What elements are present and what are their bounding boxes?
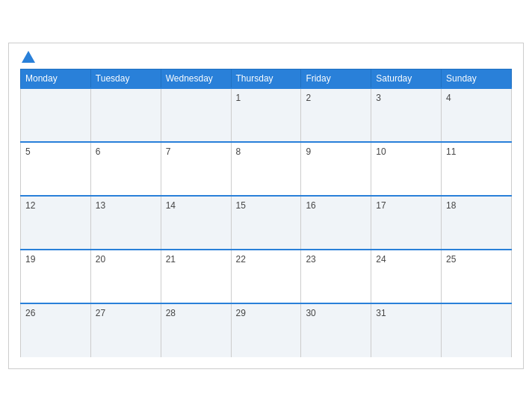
day-number: 20 [96,254,105,265]
calendar-day-cell: 11 [442,142,512,196]
calendar-day-cell: 4 [442,88,512,142]
weekday-header-cell: Saturday [371,69,442,88]
day-number: 4 [446,93,451,103]
calendar-day-cell [21,88,91,142]
calendar-day-cell: 10 [371,142,442,196]
calendar-day-cell: 5 [21,142,91,196]
weekday-header-cell: Wednesday [161,69,231,88]
day-number: 16 [306,200,315,211]
calendar-week-row: 19202122232425 [21,250,512,303]
day-number: 9 [306,146,311,157]
calendar-day-cell: 30 [301,303,371,357]
day-number: 11 [446,146,456,157]
calendar-day-cell: 23 [301,250,371,303]
day-number: 6 [96,146,101,157]
calendar-day-cell: 2 [301,88,371,142]
day-number: 22 [236,254,246,265]
calendar-body: 1234567891011121314151617181920212223242… [21,88,512,357]
day-number: 24 [376,254,386,265]
day-number: 10 [376,146,386,157]
calendar-day-cell: 20 [90,250,161,303]
day-number: 5 [25,146,31,157]
calendar-day-cell: 21 [161,250,231,303]
calendar-day-cell: 14 [161,196,231,250]
calendar-day-cell [161,88,231,142]
day-number: 31 [376,308,386,318]
calendar-day-cell: 3 [371,88,442,142]
calendar-day-cell: 9 [301,142,371,196]
calendar-day-cell [442,303,512,357]
day-number: 15 [236,200,246,211]
calendar-day-cell: 13 [90,196,161,250]
calendar-day-cell: 7 [161,142,231,196]
calendar-day-cell: 15 [231,196,301,250]
day-number: 12 [25,200,35,211]
calendar-day-cell: 16 [301,196,371,250]
day-number: 17 [376,200,386,211]
calendar-day-cell: 22 [231,250,301,303]
calendar-day-cell: 29 [231,303,301,357]
weekday-header-cell: Monday [21,69,91,88]
calendar-day-cell: 6 [90,142,161,196]
weekday-header-cell: Sunday [442,69,512,88]
calendar-day-cell: 28 [161,303,231,357]
day-number: 3 [376,93,381,103]
day-number: 25 [446,254,456,265]
calendar-day-cell: 8 [231,142,301,196]
day-number: 27 [96,308,105,318]
calendar-week-row: 567891011 [21,142,512,196]
logo [20,51,35,63]
day-number: 28 [166,308,176,318]
calendar-day-cell: 27 [90,303,161,357]
day-number: 8 [236,146,241,157]
calendar-day-cell: 25 [442,250,512,303]
calendar-grid: MondayTuesdayWednesdayThursdayFridaySatu… [20,69,512,357]
weekday-header-cell: Thursday [231,69,301,88]
weekday-header-cell: Tuesday [90,69,161,88]
calendar-week-row: 12131415161718 [21,196,512,250]
calendar-day-cell: 26 [21,303,91,357]
day-number: 29 [236,308,246,318]
calendar-day-cell: 24 [371,250,442,303]
calendar-day-cell: 19 [21,250,91,303]
day-number: 21 [166,254,176,265]
day-number: 2 [306,93,311,103]
calendar-day-cell: 12 [21,196,91,250]
day-number: 18 [446,200,456,211]
calendar-day-cell: 1 [231,88,301,142]
weekday-header-cell: Friday [301,69,371,88]
calendar-header [20,51,512,63]
calendar-day-cell: 17 [371,196,442,250]
weekday-header-row: MondayTuesdayWednesdayThursdayFridaySatu… [21,69,512,88]
calendar: MondayTuesdayWednesdayThursdayFridaySatu… [8,43,524,369]
day-number: 13 [96,200,105,211]
day-number: 1 [236,93,241,103]
calendar-day-cell [90,88,161,142]
calendar-week-row: 1234 [21,88,512,142]
day-number: 14 [166,200,176,211]
day-number: 26 [25,308,35,318]
calendar-day-cell: 31 [371,303,442,357]
calendar-week-row: 262728293031 [21,303,512,357]
calendar-day-cell: 18 [442,196,512,250]
day-number: 19 [25,254,35,265]
day-number: 23 [306,254,315,265]
day-number: 7 [166,146,171,157]
day-number: 30 [306,308,315,318]
logo-triangle-icon [22,51,35,63]
